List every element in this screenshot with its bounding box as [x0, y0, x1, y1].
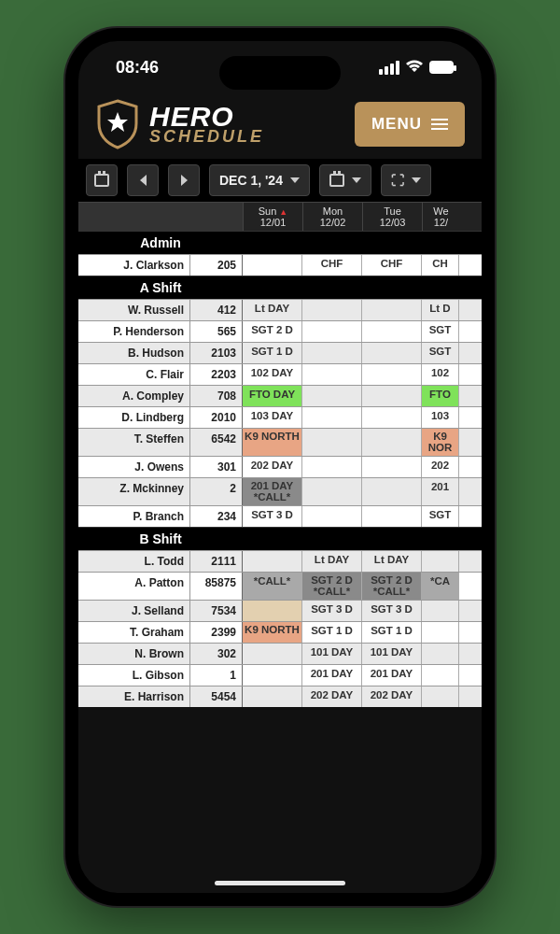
schedule-cell[interactable]: K9 NORTH: [243, 429, 302, 456]
schedule-row[interactable]: Z. Mckinney2201 DAY *CALL*201: [78, 477, 482, 505]
schedule-cell[interactable]: SGT 2 D *CALL*: [362, 573, 422, 600]
schedule-cell[interactable]: *CA: [422, 573, 459, 600]
schedule-cell[interactable]: SGT 3 D: [362, 601, 422, 621]
schedule-cell[interactable]: FTO: [422, 386, 459, 406]
schedule-cell[interactable]: [302, 364, 362, 385]
schedule-cell[interactable]: [362, 321, 422, 342]
schedule-cell[interactable]: SGT 3 D: [243, 506, 302, 527]
schedule-cell[interactable]: SGT: [422, 343, 459, 363]
schedule-cell[interactable]: Lt D: [422, 300, 459, 320]
schedule-cell[interactable]: 103 DAY: [243, 407, 302, 428]
schedule-cell[interactable]: CHF: [302, 255, 362, 276]
schedule-cell[interactable]: 103: [422, 407, 459, 428]
schedule-cell[interactable]: *CALL*: [243, 573, 302, 600]
schedule-row[interactable]: T. Graham2399K9 NORTHSGT 1 DSGT 1 D: [78, 621, 482, 643]
schedule-cell[interactable]: [302, 321, 362, 342]
date-header-cell[interactable]: Sun ▲12/01: [243, 203, 302, 231]
schedule-cell[interactable]: CHF: [362, 255, 422, 276]
schedule-row[interactable]: J. Clarkson205CHFCHFCH: [78, 254, 482, 276]
schedule-cell[interactable]: 101 DAY: [302, 644, 362, 664]
schedule-cell[interactable]: 202 DAY: [243, 457, 302, 477]
schedule-cell[interactable]: [302, 429, 362, 456]
schedule-row[interactable]: D. Lindberg2010103 DAY103: [78, 406, 482, 428]
schedule-cell[interactable]: [302, 386, 362, 406]
schedule-row[interactable]: B. Hudson2103SGT 1 DSGT: [78, 342, 482, 363]
schedule-row[interactable]: L. Todd2111Lt DAYLt DAY: [78, 550, 482, 572]
schedule-cell[interactable]: [362, 457, 422, 477]
schedule-row[interactable]: P. Branch234SGT 3 DSGT: [78, 505, 482, 527]
schedule-cell[interactable]: Lt DAY: [302, 551, 362, 572]
view-button[interactable]: [319, 164, 371, 196]
date-header-cell[interactable]: We12/: [422, 203, 459, 231]
schedule-cell[interactable]: 202 DAY: [302, 686, 362, 707]
schedule-cell[interactable]: Lt DAY: [243, 300, 302, 320]
schedule-cell[interactable]: [302, 300, 362, 320]
schedule-row[interactable]: C. Flair2203102 DAY102: [78, 363, 482, 385]
schedule-row[interactable]: E. Harrison5454202 DAY202 DAY: [78, 686, 482, 707]
schedule-cell[interactable]: SGT 1 D: [243, 343, 302, 363]
prev-button[interactable]: [127, 164, 159, 196]
schedule-cell[interactable]: [302, 407, 362, 428]
schedule-row[interactable]: P. Henderson565SGT 2 DSGT: [78, 320, 482, 342]
schedule-cell[interactable]: FTO DAY: [243, 386, 302, 406]
schedule-cell[interactable]: [362, 300, 422, 320]
schedule-cell[interactable]: SGT: [422, 506, 459, 527]
schedule-cell[interactable]: [422, 551, 459, 572]
schedule-cell[interactable]: [422, 665, 459, 686]
schedule-cell[interactable]: [422, 601, 459, 621]
schedule-cell[interactable]: SGT 3 D: [302, 601, 362, 621]
next-button[interactable]: [168, 164, 200, 196]
schedule-row[interactable]: A. Compley708FTO DAYFTO: [78, 385, 482, 406]
schedule-cell[interactable]: 101 DAY: [362, 644, 422, 664]
schedule-cell[interactable]: 201 DAY *CALL*: [243, 478, 302, 505]
menu-button[interactable]: MENU: [355, 102, 465, 147]
schedule-row[interactable]: W. Russell412Lt DAYLt D: [78, 299, 482, 320]
schedule-row[interactable]: N. Brown302101 DAY101 DAY: [78, 643, 482, 664]
date-picker-button[interactable]: DEC 1, '24: [209, 164, 310, 196]
schedule-row[interactable]: J. Owens301202 DAY202: [78, 456, 482, 477]
schedule-cell[interactable]: [243, 255, 302, 276]
schedule-cell[interactable]: [302, 457, 362, 477]
schedule-cell[interactable]: [422, 644, 459, 664]
calendar-select-button[interactable]: [86, 164, 118, 196]
org-button[interactable]: ⛶: [381, 164, 431, 196]
schedule-cell[interactable]: 201: [422, 478, 459, 505]
schedule-cell[interactable]: [422, 686, 459, 707]
schedule-cell[interactable]: [302, 506, 362, 527]
schedule-cell[interactable]: [362, 364, 422, 385]
schedule-cell[interactable]: [362, 506, 422, 527]
schedule-cell[interactable]: [362, 343, 422, 363]
schedule-cell[interactable]: [362, 386, 422, 406]
schedule-cell[interactable]: K9 NORTH: [243, 622, 302, 643]
schedule-row[interactable]: T. Steffen6542K9 NORTHK9 NOR: [78, 428, 482, 456]
schedule-cell[interactable]: K9 NOR: [422, 429, 459, 456]
schedule-cell[interactable]: [243, 686, 302, 707]
schedule-cell[interactable]: SGT 2 D *CALL*: [302, 573, 362, 600]
schedule-row[interactable]: L. Gibson1201 DAY201 DAY: [78, 664, 482, 686]
schedule-cell[interactable]: CH: [422, 255, 459, 276]
schedule-cell[interactable]: 201 DAY: [302, 665, 362, 686]
schedule-cell[interactable]: SGT: [422, 321, 459, 342]
schedule-cell[interactable]: [362, 407, 422, 428]
schedule-cell[interactable]: Lt DAY: [362, 551, 422, 572]
schedule-grid[interactable]: AdminJ. Clarkson205CHFCHFCHA ShiftW. Rus…: [78, 231, 482, 707]
schedule-cell[interactable]: 202: [422, 457, 459, 477]
schedule-cell[interactable]: [302, 478, 362, 505]
schedule-row[interactable]: J. Selland7534SGT 3 DSGT 3 D: [78, 600, 482, 621]
schedule-row[interactable]: A. Patton85875*CALL*SGT 2 D *CALL*SGT 2 …: [78, 572, 482, 600]
date-header-cell[interactable]: Tue12/03: [362, 203, 422, 231]
schedule-cell[interactable]: SGT 1 D: [362, 622, 422, 643]
schedule-cell[interactable]: [422, 622, 459, 643]
schedule-cell[interactable]: [362, 478, 422, 505]
schedule-cell[interactable]: SGT 1 D: [302, 622, 362, 643]
schedule-cell[interactable]: [362, 429, 422, 456]
schedule-cell[interactable]: [243, 601, 302, 621]
schedule-cell[interactable]: [243, 551, 302, 572]
schedule-cell[interactable]: [302, 343, 362, 363]
schedule-cell[interactable]: SGT 2 D: [243, 321, 302, 342]
schedule-cell[interactable]: [243, 644, 302, 664]
schedule-cell[interactable]: 102 DAY: [243, 364, 302, 385]
schedule-cell[interactable]: [243, 665, 302, 686]
date-header-cell[interactable]: Mon12/02: [302, 203, 362, 231]
schedule-cell[interactable]: 102: [422, 364, 459, 385]
